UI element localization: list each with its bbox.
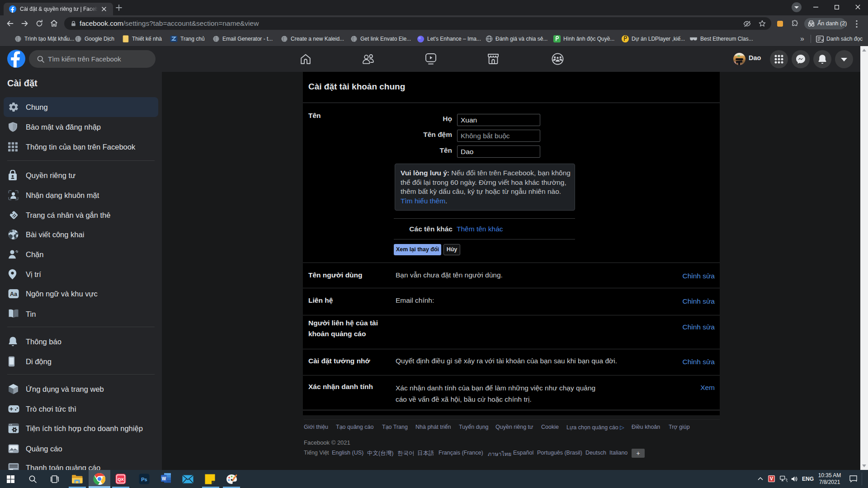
svg-text:QX: QX xyxy=(118,477,124,482)
svg-text:W: W xyxy=(162,476,166,481)
svg-text:Aa: Aa xyxy=(10,291,18,297)
svg-text:Ps: Ps xyxy=(141,477,147,482)
